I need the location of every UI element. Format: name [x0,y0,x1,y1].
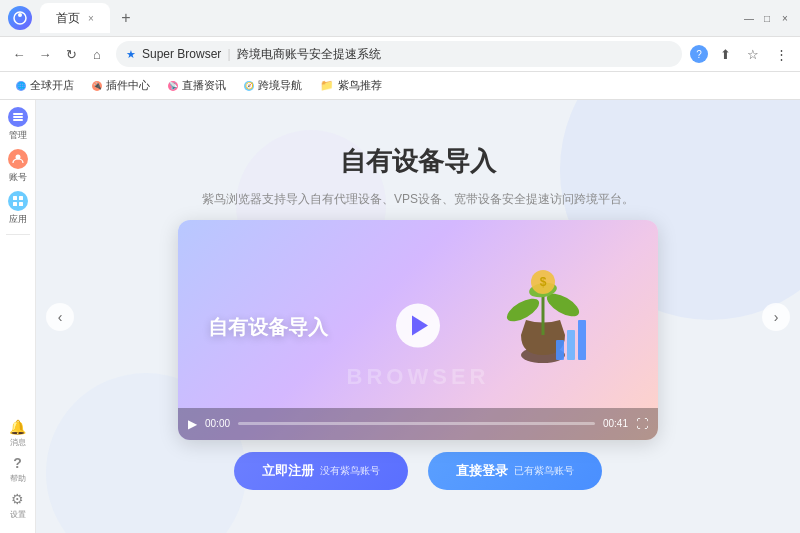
prev-arrow[interactable]: ‹ [46,303,74,331]
messages-label: 消息 [10,437,26,448]
bookmark-plugin-center[interactable]: 🔌 插件中心 [84,75,158,97]
window-controls: — □ × [742,11,792,25]
sidebar-label-apps: 应用 [9,213,27,226]
bookmark-icon[interactable]: ☆ [742,43,764,65]
help-icon-sidebar: ? [13,455,22,471]
svg-rect-7 [19,196,23,200]
video-watermark: BROWSER [347,364,490,390]
sidebar-item-settings[interactable]: ⚙ 设置 [2,489,34,521]
register-main-label: 立即注册 [262,462,314,480]
tab-active[interactable]: 首页 × [40,3,110,33]
forward-button[interactable]: → [34,43,56,65]
svg-point-12 [503,294,542,326]
svg-rect-6 [13,196,17,200]
reload-button[interactable]: ↻ [60,43,82,65]
video-player[interactable]: $ 自有设备导入 BROWSER [178,220,658,440]
svg-text:$: $ [540,275,547,289]
new-tab-button[interactable]: + [114,6,138,30]
login-button[interactable]: 直接登录 已有紫鸟账号 [428,452,602,490]
center-panel: 自有设备导入 紫鸟浏览器支持导入自有代理设备、VPS设备、宽带设备安全提速访问跨… [128,144,708,490]
video-time-start: 00:00 [205,418,230,429]
url-security-icon: ★ [126,48,136,61]
sidebar-item-messages[interactable]: 🔔 消息 [2,417,34,449]
svg-rect-8 [13,202,17,206]
bookmark-recommend[interactable]: 📁 紫鸟推荐 [312,75,390,97]
svg-rect-2 [13,113,23,115]
svg-rect-9 [19,202,23,206]
tab-close-button[interactable]: × [88,13,94,24]
folder-icon: 📁 [320,79,334,92]
bookmark-live-news[interactable]: 📡 直播资讯 [160,75,234,97]
svg-rect-18 [567,330,575,360]
register-button[interactable]: 立即注册 没有紫鸟账号 [234,452,408,490]
login-main-label: 直接登录 [456,462,508,480]
action-buttons: 立即注册 没有紫鸟账号 直接登录 已有紫鸟账号 [234,452,602,490]
nav-buttons: ← → ↻ ⌂ [8,43,108,65]
left-sidebar: 管理 账号 应用 🔔 消 [0,100,36,533]
svg-rect-19 [578,320,586,360]
maximize-button[interactable]: □ [760,11,774,25]
svg-point-1 [18,13,22,17]
close-button[interactable]: × [778,11,792,25]
home-button[interactable]: ⌂ [86,43,108,65]
video-decoration: $ [478,240,598,380]
browser-logo [8,6,32,30]
video-play-icon[interactable]: ▶ [188,417,197,431]
account-icon [8,149,28,169]
bookmark-dot: 🔌 [92,81,102,91]
bookmark-cross-border-nav[interactable]: 🧭 跨境导航 [236,75,310,97]
bookmark-label: 跨境导航 [258,78,302,93]
main-layout: 管理 账号 应用 🔔 消 [0,100,800,533]
svg-rect-4 [13,119,23,121]
toolbar-icons: ? ⬆ ☆ ⋮ [690,43,792,65]
video-controls: ▶ 00:00 00:41 ⛶ [178,408,658,440]
back-button[interactable]: ← [8,43,30,65]
video-play-button[interactable] [396,303,440,347]
tab-label: 首页 [56,10,80,27]
register-sub-label: 没有紫鸟账号 [320,464,380,478]
bookmark-label: 直播资讯 [182,78,226,93]
apps-icon [8,191,28,211]
page-subtitle: 紫鸟浏览器支持导入自有代理设备、VPS设备、宽带设备安全提速访问跨境平台。 [202,191,634,208]
bookmark-global-store[interactable]: 🌐 全球开店 [8,75,82,97]
bookmark-dot: 📡 [168,81,178,91]
bookmark-label: 紫鸟推荐 [338,78,382,93]
svg-rect-17 [556,340,564,360]
sidebar-item-manage[interactable]: 管理 [2,104,34,144]
play-triangle-icon [412,315,428,335]
menu-icon[interactable]: ⋮ [770,43,792,65]
url-brand: Super Browser [142,47,221,61]
help-icon[interactable]: ? [690,45,708,63]
page-title: 自有设备导入 [340,144,496,179]
address-bar: ← → ↻ ⌂ ★ Super Browser | 跨境电商账号安全提速系统 ?… [0,36,800,72]
minimize-button[interactable]: — [742,11,756,25]
video-fullscreen-icon[interactable]: ⛶ [636,417,648,431]
sidebar-label-manage: 管理 [9,129,27,142]
tab-bar: 首页 × + [40,3,734,33]
sidebar-item-help[interactable]: ? 帮助 [2,453,34,485]
sidebar-label-account: 账号 [9,171,27,184]
title-bar: 首页 × + — □ × [0,0,800,36]
messages-icon: 🔔 [9,419,26,435]
content-area: ‹ 自有设备导入 紫鸟浏览器支持导入自有代理设备、VPS设备、宽带设备安全提速访… [36,100,800,533]
bookmark-label: 插件中心 [106,78,150,93]
video-progress-bar[interactable] [238,422,595,425]
video-overlay-text: 自有设备导入 [208,313,328,340]
svg-rect-3 [13,116,23,118]
settings-label: 设置 [10,509,26,520]
sidebar-item-account[interactable]: 账号 [2,146,34,186]
bookmark-dot: 🧭 [244,81,254,91]
sidebar-item-apps[interactable]: 应用 [2,188,34,228]
settings-icon: ⚙ [11,491,24,507]
url-separator: | [227,47,230,61]
sidebar-divider [6,234,30,235]
sidebar-top-section: 管理 账号 应用 [0,104,35,228]
next-arrow[interactable]: › [762,303,790,331]
bookmarks-bar: 🌐 全球开店 🔌 插件中心 📡 直播资讯 🧭 跨境导航 📁 紫鸟推荐 [0,72,800,100]
manage-icon [8,107,28,127]
login-sub-label: 已有紫鸟账号 [514,464,574,478]
url-page-title: 跨境电商账号安全提速系统 [237,46,381,63]
share-icon[interactable]: ⬆ [714,43,736,65]
help-label: 帮助 [10,473,26,484]
url-box[interactable]: ★ Super Browser | 跨境电商账号安全提速系统 [116,41,682,67]
